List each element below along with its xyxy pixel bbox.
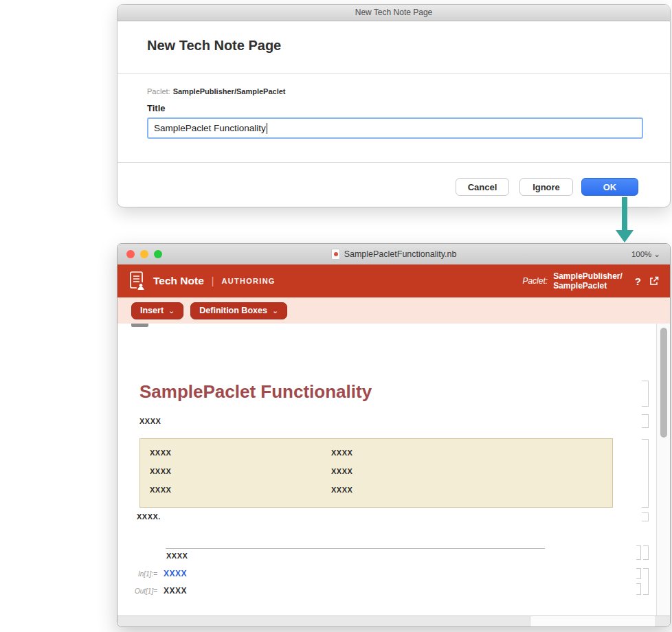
section-delimiter — [166, 548, 545, 549]
magnification-value: 100% — [631, 250, 651, 258]
chevron-down-icon: ⌄ — [653, 249, 660, 259]
vertical-scrollbar[interactable] — [656, 324, 670, 616]
tech-note-toolbar: Tech Note | AUTHORING Paclet: SamplePubl… — [117, 264, 670, 297]
toolbar-paclet-line1: SamplePublisher/ — [553, 271, 623, 281]
usage-cell: XXXX — [150, 467, 331, 475]
paclet-row: Paclet:SamplePublisher/SamplePaclet — [147, 87, 286, 95]
tech-note-icon — [128, 271, 146, 291]
in-value: XXXX — [164, 569, 187, 578]
horizontal-scroll-area[interactable] — [530, 616, 655, 627]
docked-cell-tab — [131, 324, 148, 327]
cell-bracket[interactable] — [636, 545, 641, 560]
dialog-heading: New Tech Note Page — [147, 38, 281, 54]
toolbar-separator: | — [212, 275, 214, 286]
out-value: XXXX — [164, 586, 187, 596]
in-label: In[1]:= — [117, 570, 157, 578]
definition-boxes-label: Definition Boxes — [199, 306, 267, 315]
cell-bracket[interactable] — [636, 568, 641, 579]
down-arrow-icon — [616, 230, 634, 242]
new-tech-note-dialog: New Tech Note Page New Tech Note Page Pa… — [117, 4, 671, 207]
document-title: SamplePaclet Functionality — [139, 381, 372, 403]
text-caret — [267, 123, 268, 134]
usage-cell: XXXX — [331, 467, 612, 475]
paclet-value: SamplePublisher/SamplePaclet — [173, 87, 286, 95]
authoring-ribbon: Insert ⌄ Definition Boxes ⌄ — [117, 297, 670, 324]
window-title: SamplePacletFunctionality.nb — [344, 249, 457, 259]
toolbar-mode-label: AUTHORING — [221, 277, 275, 285]
title-field-label: Title — [147, 103, 166, 113]
output-cell[interactable]: Out[1]= XXXX — [117, 586, 187, 596]
chevron-down-icon: ⌄ — [168, 308, 175, 313]
cell-bracket[interactable] — [642, 414, 649, 428]
title-input[interactable]: SamplePaclet Functionality — [147, 117, 643, 139]
toolbar-app-title: Tech Note — [153, 275, 204, 287]
paclet-label: Paclet: — [147, 87, 170, 95]
toolbar-paclet-value: SamplePublisher/ SamplePaclet — [553, 271, 623, 291]
cell-bracket[interactable] — [642, 439, 649, 508]
magnification-control[interactable]: 100% ⌄ — [631, 244, 660, 264]
divider — [117, 73, 670, 74]
status-bar — [117, 616, 670, 627]
cancel-button[interactable]: Cancel — [456, 178, 509, 196]
help-button[interactable]: ? — [635, 275, 641, 287]
notebook-file-icon — [331, 249, 340, 260]
notebook-window: SamplePacletFunctionality.nb 100% ⌄ T — [117, 243, 671, 627]
out-label: Out[1]= — [117, 587, 157, 595]
cell-group-bracket[interactable] — [643, 568, 649, 595]
intro-text: XXXX — [139, 417, 161, 425]
scrollbar-thumb[interactable] — [660, 328, 667, 438]
section-label: XXXX — [166, 552, 188, 560]
title-input-value: SamplePaclet Functionality — [154, 123, 266, 133]
notes-text: XXXX. — [137, 512, 161, 521]
down-arrow-stem — [622, 197, 627, 232]
insert-menu-label: Insert — [140, 306, 164, 315]
open-external-icon[interactable] — [649, 276, 659, 286]
usage-cell: XXXX — [331, 449, 612, 457]
cell-bracket[interactable] — [636, 583, 641, 595]
cell-bracket[interactable] — [642, 381, 649, 407]
notebook-document[interactable]: SamplePaclet Functionality XXXX XXXX XXX… — [117, 324, 670, 616]
chevron-down-icon: ⌄ — [272, 308, 278, 313]
dialog-titlebar[interactable]: New Tech Note Page — [117, 5, 670, 21]
insert-menu-button[interactable]: Insert ⌄ — [131, 302, 183, 319]
toolbar-paclet-label: Paclet: — [522, 276, 548, 286]
cell-bracket[interactable] — [643, 545, 649, 560]
input-cell[interactable]: In[1]:= XXXX — [117, 569, 187, 578]
divider — [117, 162, 670, 163]
window-titlebar[interactable]: SamplePacletFunctionality.nb 100% ⌄ — [117, 244, 670, 264]
usage-box: XXXX XXXX XXXX XXXX XXXX XXXX — [139, 438, 613, 508]
screen: New Tech Note Page New Tech Note Page Pa… — [0, 0, 672, 632]
usage-cell: XXXX — [331, 486, 612, 494]
cell-bracket[interactable] — [642, 512, 649, 521]
window-title-group: SamplePacletFunctionality.nb — [117, 244, 670, 264]
ok-button[interactable]: OK — [581, 178, 638, 196]
usage-cell: XXXX — [150, 449, 331, 457]
definition-boxes-menu-button[interactable]: Definition Boxes ⌄ — [190, 302, 287, 319]
toolbar-paclet-line2: SamplePaclet — [553, 281, 623, 291]
ignore-button[interactable]: Ignore — [519, 178, 573, 196]
usage-cell: XXXX — [150, 486, 331, 494]
